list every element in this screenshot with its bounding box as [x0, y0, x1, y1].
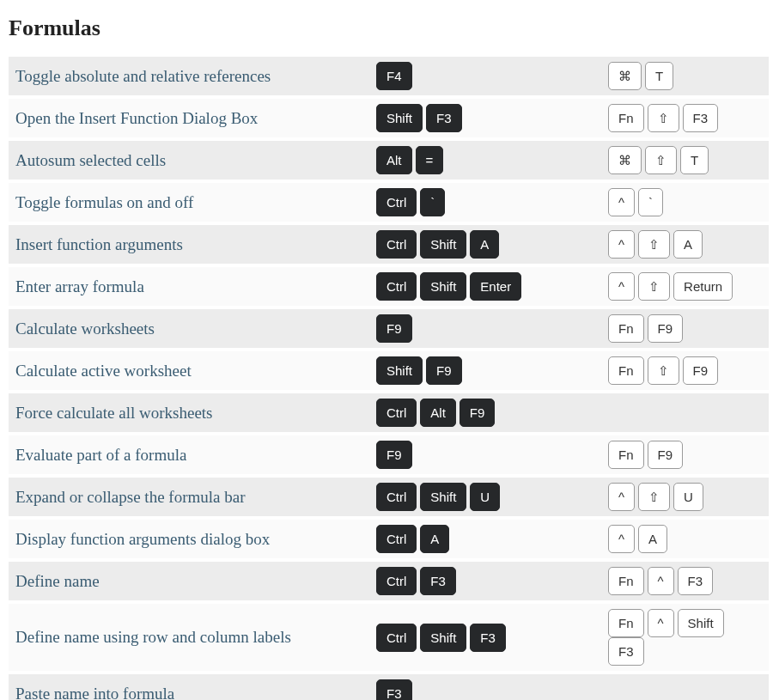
shortcut-link[interactable]: Autosum selected cells — [15, 151, 166, 169]
shortcut-link[interactable]: Evaluate part of a formula — [15, 446, 186, 464]
key-windows: Alt — [420, 399, 456, 427]
shortcut-description-cell: Display function arguments dialog box — [9, 520, 369, 558]
shortcut-link[interactable]: Force calculate all worksheets — [15, 404, 212, 422]
mac-shortcut-cell: Fn⇧F9 — [601, 351, 769, 390]
table-row: Calculate worksheetsF9FnF9 — [9, 309, 769, 348]
key-mac: ⇧ — [638, 272, 670, 301]
shortcut-description-cell: Force calculate all worksheets — [9, 393, 369, 432]
shortcut-link[interactable]: Open the Insert Function Dialog Box — [15, 109, 258, 127]
shortcut-link[interactable]: Paste name into formula — [15, 685, 174, 701]
key-windows: A — [420, 525, 449, 553]
windows-shortcut-cell: CtrlShiftF3 — [369, 604, 601, 671]
key-mac: F9 — [648, 314, 684, 343]
key-mac: ^ — [608, 272, 635, 301]
table-row: Autosum selected cellsAlt=⌘⇧T — [9, 141, 769, 180]
shortcut-link[interactable]: Calculate worksheets — [15, 320, 155, 338]
shortcut-link[interactable]: Define name using row and column labels — [15, 628, 291, 646]
key-windows: Shift — [420, 230, 466, 259]
key-mac: ^ — [608, 188, 635, 216]
shortcut-description-cell: Autosum selected cells — [9, 141, 369, 180]
key-windows: Shift — [420, 483, 466, 511]
key-windows: Ctrl — [376, 567, 417, 595]
shortcut-description-cell: Expand or collapse the formula bar — [9, 478, 369, 516]
key-windows: Alt — [376, 146, 412, 174]
shortcut-description-cell: Define name — [9, 562, 369, 600]
key-windows: Enter — [470, 272, 521, 301]
windows-shortcut-cell: Ctrl` — [369, 183, 601, 222]
shortcut-link[interactable]: Toggle absolute and relative references — [15, 67, 271, 85]
key-windows: = — [416, 146, 444, 174]
key-windows: F3 — [376, 679, 412, 700]
key-mac: Fn — [608, 441, 644, 469]
key-mac: F9 — [683, 356, 719, 385]
shortcut-description-cell: Toggle absolute and relative references — [9, 57, 369, 95]
shortcut-link[interactable]: Enter array formula — [15, 277, 144, 295]
table-row: Define name using row and column labelsC… — [9, 604, 769, 671]
key-mac: ^ — [648, 609, 674, 637]
shortcut-description-cell: Toggle formulas on and off — [9, 183, 369, 222]
shortcut-link[interactable]: Calculate active worksheet — [15, 362, 192, 380]
key-mac: F3 — [683, 104, 719, 132]
key-windows: Ctrl — [376, 399, 417, 427]
key-mac: Fn — [608, 567, 644, 595]
key-mac: ⇧ — [638, 230, 670, 259]
key-mac: F9 — [648, 441, 684, 469]
table-row: Paste name into formulaF3 — [9, 674, 769, 700]
shortcut-link[interactable]: Toggle formulas on and off — [15, 193, 193, 211]
key-mac: ⇧ — [638, 483, 670, 511]
key-mac: T — [680, 146, 709, 174]
shortcut-description-cell: Define name using row and column labels — [9, 604, 369, 671]
mac-shortcut-cell — [601, 393, 769, 432]
key-windows: Ctrl — [376, 483, 417, 511]
key-windows: F3 — [420, 567, 456, 595]
key-mac: T — [645, 62, 673, 90]
windows-shortcut-cell: CtrlShiftEnter — [369, 267, 601, 306]
shortcut-description-cell: Evaluate part of a formula — [9, 435, 369, 474]
key-mac: ^ — [608, 483, 635, 511]
key-windows: ` — [420, 188, 445, 216]
table-row: Toggle absolute and relative referencesF… — [9, 57, 769, 95]
windows-shortcut-cell: F9 — [369, 435, 601, 474]
key-mac: F3 — [678, 567, 714, 595]
table-row: Toggle formulas on and offCtrl`^` — [9, 183, 769, 222]
key-mac: Fn — [608, 104, 644, 132]
mac-shortcut-cell: ⌘⇧T — [601, 141, 769, 180]
table-row: Insert function argumentsCtrlShiftA^⇧A — [9, 225, 769, 264]
shortcut-description-cell: Paste name into formula — [9, 674, 369, 700]
key-windows: F4 — [376, 62, 412, 90]
windows-shortcut-cell: F9 — [369, 309, 601, 348]
key-windows: F3 — [470, 624, 506, 652]
windows-shortcut-cell: ShiftF9 — [369, 351, 601, 390]
shortcut-table: Toggle absolute and relative referencesF… — [9, 53, 769, 700]
shortcut-description-cell: Insert function arguments — [9, 225, 369, 264]
key-windows: Ctrl — [376, 525, 417, 553]
shortcut-link[interactable]: Define name — [15, 572, 100, 590]
mac-shortcut-cell: FnF9 — [601, 435, 769, 474]
mac-shortcut-cell: ^⇧Return — [601, 267, 769, 306]
key-mac: ⌘ — [608, 62, 642, 90]
key-windows: Ctrl — [376, 272, 417, 301]
table-row: Expand or collapse the formula barCtrlSh… — [9, 478, 769, 516]
key-windows: F9 — [376, 314, 412, 343]
key-mac: Shift — [678, 609, 724, 637]
key-mac: ^ — [648, 567, 674, 595]
windows-shortcut-cell: ShiftF3 — [369, 99, 601, 137]
windows-shortcut-cell: Alt= — [369, 141, 601, 180]
key-mac: ` — [638, 188, 663, 216]
key-mac: A — [673, 230, 703, 259]
shortcut-description-cell: Calculate worksheets — [9, 309, 369, 348]
table-row: Open the Insert Function Dialog BoxShift… — [9, 99, 769, 137]
windows-shortcut-cell: CtrlA — [369, 520, 601, 558]
key-mac: ^ — [608, 525, 635, 553]
shortcut-description-cell: Open the Insert Function Dialog Box — [9, 99, 369, 137]
shortcut-link[interactable]: Expand or collapse the formula bar — [15, 488, 245, 506]
key-windows: Ctrl — [376, 230, 417, 259]
key-windows: Ctrl — [376, 188, 417, 216]
key-windows: Shift — [420, 624, 466, 652]
windows-shortcut-cell: CtrlShiftU — [369, 478, 601, 516]
shortcut-link[interactable]: Display function arguments dialog box — [15, 530, 270, 548]
key-mac: U — [673, 483, 703, 511]
key-windows: F9 — [376, 441, 412, 469]
shortcut-link[interactable]: Insert function arguments — [15, 235, 183, 253]
key-windows: F9 — [460, 399, 496, 427]
